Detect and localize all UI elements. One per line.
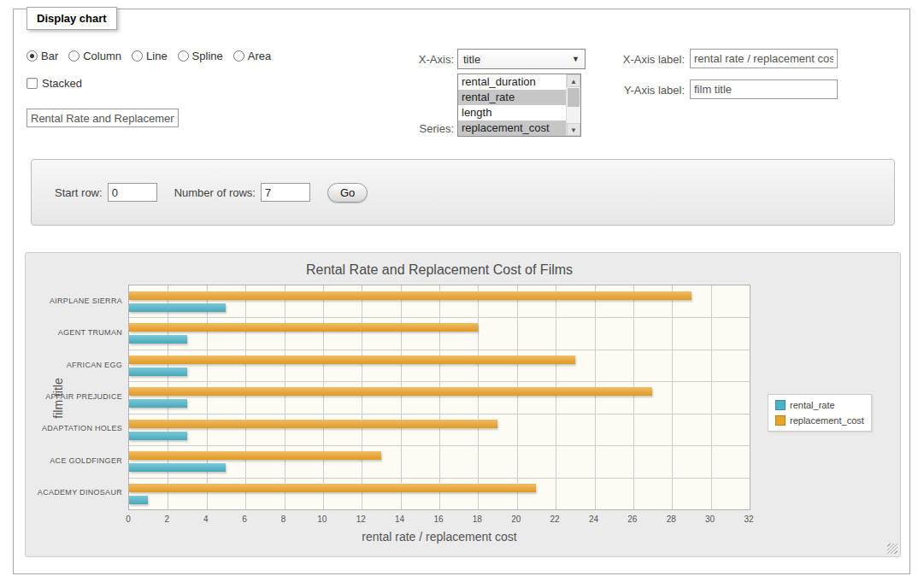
start-row-input[interactable] bbox=[108, 183, 157, 202]
gridline bbox=[129, 350, 750, 350]
gridline bbox=[517, 285, 518, 509]
gridline bbox=[362, 285, 362, 509]
chart-legend: rental_ratereplacement_cost bbox=[768, 394, 872, 432]
x-tick-label: 4 bbox=[193, 514, 219, 524]
chart-type-radios: BarColumnLineSplineArea bbox=[26, 50, 281, 62]
resize-handle-icon[interactable] bbox=[887, 544, 898, 554]
radio-label: Area bbox=[248, 50, 271, 62]
gridline bbox=[401, 285, 402, 509]
series-listbox-items: rental_durationrental_ratelengthreplacem… bbox=[458, 74, 566, 136]
radio-label: Spline bbox=[192, 50, 223, 62]
gridline bbox=[556, 285, 556, 509]
display-chart-fieldset: Display chart BarColumnLineSplineArea St… bbox=[13, 9, 910, 574]
gridline bbox=[129, 381, 750, 382]
x-axis-select-label: X-Axis: bbox=[373, 53, 454, 66]
radio-circle-icon bbox=[233, 50, 244, 62]
gridline bbox=[478, 285, 479, 509]
x-tick-label: 22 bbox=[542, 514, 568, 524]
bar-replacement_cost bbox=[129, 323, 478, 332]
gridline bbox=[129, 445, 750, 446]
x-axis-label-input[interactable] bbox=[690, 49, 838, 68]
bar-replacement_cost bbox=[129, 356, 575, 364]
series-option-rental_rate[interactable]: rental_rate bbox=[458, 90, 566, 105]
radio-spline[interactable]: Spline bbox=[178, 50, 223, 62]
gridline bbox=[672, 285, 673, 509]
radio-circle-icon bbox=[178, 50, 189, 62]
stacked-checkbox[interactable] bbox=[26, 78, 38, 89]
series-listbox[interactable]: rental_durationrental_ratelengthreplacem… bbox=[457, 73, 581, 137]
bar-rental_rate bbox=[129, 367, 187, 376]
scrollbar-thumb[interactable] bbox=[568, 88, 580, 107]
x-tick-label: 32 bbox=[736, 514, 762, 524]
gridline bbox=[323, 285, 324, 509]
gridline bbox=[711, 285, 712, 509]
legend-swatch bbox=[775, 400, 786, 410]
gridline bbox=[129, 414, 750, 414]
y-category-label: AIRPLANE SIERRA bbox=[26, 297, 122, 305]
fieldset-legend: Display chart bbox=[26, 7, 117, 30]
radio-line[interactable]: Line bbox=[132, 50, 168, 62]
radio-label: Line bbox=[146, 50, 168, 62]
scrollbar-up-arrow-icon[interactable]: ▲ bbox=[567, 74, 580, 87]
bar-replacement_cost bbox=[129, 484, 536, 492]
stacked-checkbox-row[interactable]: Stacked bbox=[26, 77, 82, 90]
x-tick-label: 20 bbox=[503, 514, 529, 524]
y-category-label: ADAPTATION HOLES bbox=[26, 424, 122, 432]
legend-item: rental_rate bbox=[775, 400, 864, 410]
gridline bbox=[285, 285, 285, 509]
bar-replacement_cost bbox=[129, 291, 692, 300]
chart-plot bbox=[128, 285, 750, 510]
chart-title-input[interactable] bbox=[26, 109, 179, 127]
radio-circle-icon bbox=[68, 50, 79, 62]
page: Display chart BarColumnLineSplineArea St… bbox=[0, 0, 924, 582]
x-tick-label: 30 bbox=[697, 514, 723, 524]
x-tick-label: 16 bbox=[426, 514, 451, 524]
stacked-label: Stacked bbox=[42, 77, 82, 90]
y-axis-title: film title bbox=[51, 313, 65, 484]
series-option-rental_duration[interactable]: rental_duration bbox=[458, 74, 566, 90]
y-axis-label-input[interactable] bbox=[690, 79, 838, 99]
y-axis-label-caption: Y-Axis label: bbox=[603, 84, 685, 97]
bar-replacement_cost bbox=[129, 451, 381, 460]
radio-column[interactable]: Column bbox=[68, 50, 121, 62]
series-listbox-scrollbar[interactable]: ▲ ▼ bbox=[566, 74, 580, 136]
y-category-label: AGENT TRUMAN bbox=[26, 328, 122, 337]
gridline bbox=[129, 317, 750, 318]
radio-circle-icon bbox=[132, 50, 143, 62]
bar-rental_rate bbox=[129, 463, 226, 472]
x-axis-select[interactable]: title ▼ bbox=[457, 49, 586, 69]
x-tick-label: 14 bbox=[387, 514, 413, 524]
y-category-label: ACE GOLDFINGER bbox=[26, 456, 122, 465]
radio-area[interactable]: Area bbox=[233, 50, 271, 62]
chevron-down-icon: ▼ bbox=[572, 55, 580, 63]
bar-rental_rate bbox=[129, 303, 226, 312]
number-of-rows-label: Number of rows: bbox=[174, 186, 256, 199]
x-tick-label: 8 bbox=[271, 514, 297, 524]
series-option-length[interactable]: length bbox=[458, 105, 566, 121]
x-tick-label: 6 bbox=[232, 514, 257, 524]
rows-panel: Start row: Number of rows: Go bbox=[31, 159, 895, 226]
x-tick-label: 12 bbox=[348, 514, 374, 524]
x-axis-title: rental rate / replacement cost bbox=[128, 530, 750, 544]
scrollbar-down-arrow-icon[interactable]: ▼ bbox=[567, 123, 580, 136]
x-tick-label: 10 bbox=[309, 514, 335, 524]
legend-label: rental_rate bbox=[790, 400, 835, 410]
gridline bbox=[245, 285, 246, 509]
chart: Rental Rate and Replacement Cost of Film… bbox=[26, 253, 900, 556]
bar-replacement_cost bbox=[129, 387, 652, 396]
go-button[interactable]: Go bbox=[327, 183, 368, 203]
gridline bbox=[129, 478, 750, 479]
bar-rental_rate bbox=[129, 496, 148, 504]
x-tick-label: 18 bbox=[464, 514, 490, 524]
y-category-label: AFRICAN EGG bbox=[26, 361, 122, 369]
x-tick-label: 2 bbox=[154, 514, 180, 524]
bar-replacement_cost bbox=[129, 420, 497, 428]
radio-bar[interactable]: Bar bbox=[26, 50, 58, 62]
legend-swatch bbox=[775, 415, 786, 426]
number-of-rows-input[interactable] bbox=[261, 183, 310, 202]
x-tick-label: 28 bbox=[658, 514, 684, 524]
series-option-replacement_cost[interactable]: replacement_cost bbox=[458, 121, 566, 136]
legend-label: replacement_cost bbox=[790, 415, 864, 426]
bar-rental_rate bbox=[129, 432, 187, 440]
radio-dot bbox=[30, 54, 34, 58]
